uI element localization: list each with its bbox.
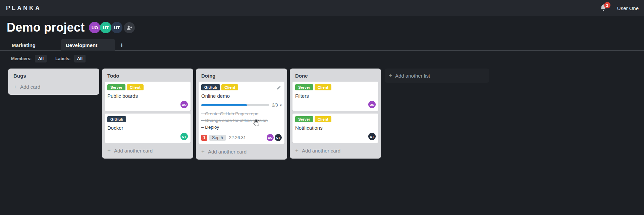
member-avatar: UO (180, 101, 188, 108)
members-filter-value[interactable]: All (35, 55, 47, 62)
card-footer: 1 Sep 5 22:26:31 UO UT (201, 134, 282, 141)
task-item: Change code for offline version (201, 117, 282, 124)
member-avatar[interactable]: UO (89, 22, 100, 33)
tab-development[interactable]: Development (61, 39, 115, 51)
label-server: Server (295, 116, 313, 122)
due-date-badge[interactable]: Sep 5 (209, 135, 226, 141)
label-client: Client (315, 84, 331, 90)
notifications-button[interactable]: 2 (600, 4, 608, 12)
card-labels: GitHub Client (201, 84, 282, 90)
plus-icon: + (389, 73, 392, 78)
label-github: GitHub (201, 84, 220, 90)
card-online-demo[interactable]: GitHub Client Online demo 2/3 ▾ Create G… (199, 82, 284, 144)
top-bar: PLANKA 2 User One (0, 0, 644, 16)
card-docker[interactable]: GitHub Docker UT (105, 114, 191, 143)
board-tabs: Marketing Development + (0, 39, 644, 51)
member-avatar[interactable]: UT (111, 22, 122, 33)
labels-filter-value[interactable]: All (74, 55, 86, 62)
label-client: Client (221, 84, 238, 90)
card-title: Online demo (201, 93, 282, 99)
card-notification-badge: 1 (201, 135, 207, 141)
add-another-list-button[interactable]: + Add another list (385, 69, 489, 83)
timer-value[interactable]: 22:26:31 (229, 135, 246, 140)
plus-icon: + (107, 148, 111, 153)
add-card-label: Add card (20, 84, 40, 90)
list-title[interactable]: Done (292, 71, 378, 82)
progress-fill (201, 104, 247, 106)
card-filters[interactable]: Server Client Filters UO (292, 82, 378, 111)
project-header: Demo project UO UT UT (0, 16, 644, 39)
tab-marketing[interactable]: Marketing (7, 39, 61, 51)
filter-bar: Members: All Labels: All (0, 51, 644, 66)
members-filter-label: Members: (11, 56, 32, 61)
plus-icon: + (201, 149, 205, 154)
notification-badge: 2 (604, 2, 610, 8)
chevron-down-icon[interactable]: ▾ (280, 103, 282, 108)
card-members: UT (295, 133, 376, 140)
card-labels: GitHub (107, 116, 188, 122)
add-board-button[interactable]: + (116, 39, 127, 51)
add-another-card-button[interactable]: + Add another card (199, 146, 284, 157)
member-avatar: UO (368, 101, 376, 108)
add-another-card-button[interactable]: + Add another card (292, 145, 378, 156)
task-item: Deploy (201, 124, 282, 131)
card-members: UO UT (267, 134, 282, 141)
card-title: Notifications (295, 125, 376, 131)
label-server: Server (107, 84, 125, 90)
topbar-right: 2 User One (600, 4, 639, 12)
add-list-label: Add another list (395, 73, 430, 79)
task-progress: 2/3 ▾ (201, 103, 282, 108)
task-list: Create GitHub Pages repo Change code for… (201, 111, 282, 131)
add-member-button[interactable] (124, 22, 135, 33)
add-card-label: Add another card (208, 149, 247, 155)
page-title[interactable]: Demo project (7, 20, 85, 35)
board: Bugs + Add card Todo Server Client Publi… (8, 69, 381, 160)
project-members: UO UT UT (89, 22, 135, 33)
list-title[interactable]: Bugs (11, 71, 97, 82)
card-title: Docker (107, 125, 188, 131)
card-labels: Server Client (295, 116, 376, 122)
card-labels: Server Client (295, 84, 376, 90)
member-avatar: UT (180, 133, 188, 140)
list-doing: Doing GitHub Client Online demo 2/3 ▾ C (196, 69, 287, 160)
label-github: GitHub (107, 116, 126, 122)
card-notifications[interactable]: Server Client Notifications UT (292, 114, 378, 143)
card-labels: Server Client (107, 84, 188, 90)
list-done: Done Server Client Filters UO Server Cli… (290, 69, 381, 159)
member-avatar: UO (267, 134, 274, 141)
list-title[interactable]: Todo (105, 71, 191, 82)
user-menu[interactable]: User One (617, 5, 639, 11)
card-title: Filters (295, 93, 376, 99)
card-public-boards[interactable]: Server Client Public boards UO (105, 82, 191, 111)
member-avatar: UT (368, 133, 376, 140)
list-title[interactable]: Doing (199, 71, 284, 82)
label-client: Client (127, 84, 144, 90)
progress-count: 2/3 (272, 103, 278, 108)
progress-bar (201, 104, 269, 106)
pencil-icon (276, 85, 281, 90)
edit-card-button[interactable] (276, 85, 281, 91)
plus-icon: + (295, 148, 299, 153)
plus-icon: + (13, 85, 17, 89)
card-title: Public boards (107, 93, 188, 99)
labels-filter-label: Labels: (55, 56, 71, 61)
app-logo[interactable]: PLANKA (6, 5, 41, 12)
list-todo: Todo Server Client Public boards UO GitH… (102, 69, 193, 159)
card-members: UO (295, 101, 376, 108)
member-avatar[interactable]: UT (100, 22, 111, 33)
task-item: Create GitHub Pages repo (201, 111, 282, 117)
person-plus-icon (126, 25, 132, 30)
card-members: UT (107, 133, 188, 140)
add-card-label: Add another card (114, 148, 153, 154)
list-bugs: Bugs + Add card (8, 69, 99, 95)
add-another-card-button[interactable]: + Add another card (105, 145, 191, 156)
card-members: UO (107, 101, 188, 108)
member-avatar: UT (275, 134, 282, 141)
label-server: Server (295, 84, 313, 90)
label-client: Client (315, 116, 331, 122)
add-card-button[interactable]: + Add card (11, 82, 97, 92)
add-card-label: Add another card (302, 148, 340, 154)
